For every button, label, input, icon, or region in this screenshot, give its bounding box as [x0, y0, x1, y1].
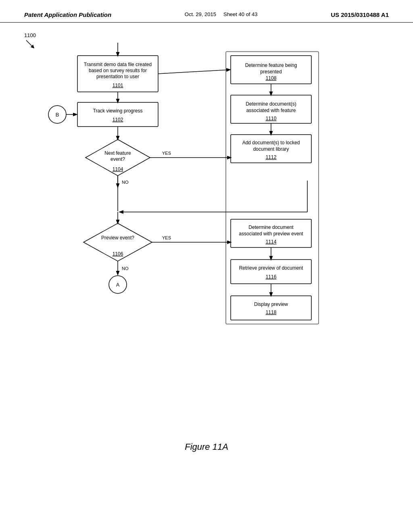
n1106-text: Preview event?	[101, 235, 134, 241]
n1104-text: Next feature	[104, 150, 131, 156]
svg-rect-6	[77, 102, 158, 127]
svg-text:event?: event?	[111, 156, 125, 162]
n1108-text: Determine feature being	[245, 62, 297, 68]
n1104-id: 1104	[113, 166, 123, 172]
n1116-text: Retrieve preview of document	[239, 265, 303, 271]
n1112-id: 1112	[266, 154, 277, 160]
no-label-1106: NO	[122, 266, 129, 271]
n1114-text: Determine document	[248, 224, 294, 230]
svg-text:presented: presented	[260, 69, 282, 75]
header-left: Patent Application Publication	[24, 11, 111, 18]
yes-label-1106: YES	[162, 235, 171, 240]
svg-text:associated with feature: associated with feature	[246, 108, 296, 113]
n1118-id: 1118	[266, 310, 277, 315]
n1102-id: 1102	[113, 117, 123, 123]
n1114-id: 1114	[266, 239, 277, 245]
svg-text:document library: document library	[253, 146, 289, 152]
circle-b-label: B	[56, 112, 59, 118]
svg-rect-35	[226, 52, 319, 324]
svg-text:associated with preview event: associated with preview event	[239, 231, 303, 237]
page: Patent Application Publication Oct. 29, …	[0, 0, 413, 532]
n1118-text: Display preview	[254, 301, 288, 307]
n1116-id: 1116	[266, 274, 277, 280]
header-center: Oct. 29, 2015 Sheet 40 of 43	[185, 11, 258, 17]
n1110-id: 1110	[266, 116, 277, 121]
figure-caption: Figure 11A	[0, 442, 413, 452]
n1106-id: 1106	[113, 251, 123, 257]
n1110-text: Determine document(s)	[246, 101, 296, 107]
header: Patent Application Publication Oct. 29, …	[0, 0, 413, 23]
n1102-text: Track viewing progress	[93, 108, 143, 114]
svg-rect-34	[231, 296, 311, 320]
circle-a-label: A	[116, 282, 120, 288]
header-date: Oct. 29, 2015	[185, 11, 216, 17]
svg-text:presentation to user: presentation to user	[96, 74, 139, 79]
header-right: US 2015/0310488 A1	[331, 11, 389, 18]
diagram-area: Transmit demo data file created based on…	[0, 23, 413, 426]
n1108-id: 1108	[266, 75, 277, 81]
yes-label-1104: YES	[162, 151, 171, 156]
n1101-id: 1101	[113, 83, 123, 88]
n1112-text: Add document(s) to locked	[242, 140, 300, 145]
svg-rect-32	[231, 260, 311, 284]
header-sheet: Sheet 40 of 43	[223, 11, 258, 17]
svg-text:based on survey results for: based on survey results for	[89, 68, 147, 73]
flowchart: Transmit demo data file created based on…	[33, 31, 380, 418]
svg-line-28	[158, 70, 230, 74]
no-label-1104: NO	[122, 180, 129, 185]
n1101-text: Transmit demo data file created	[84, 62, 152, 67]
